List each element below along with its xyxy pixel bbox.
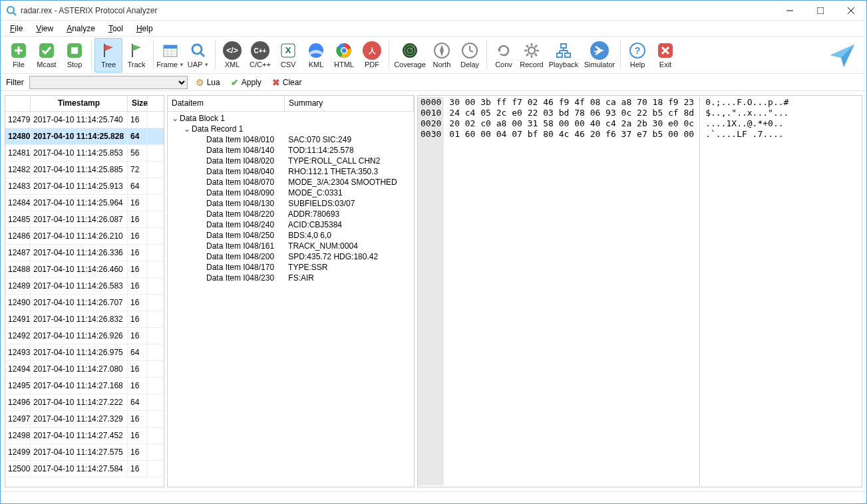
chevron-down-icon: ▼ (179, 62, 184, 68)
svg-point-29 (342, 49, 347, 53)
table-row[interactable]: 124812017-04-10 11:14:25.85356 (5, 145, 164, 162)
toolbar-tree-button[interactable]: Tree (94, 38, 122, 72)
toolbar-north-button[interactable]: North (428, 38, 456, 72)
table-row[interactable]: 124962017-04-10 11:14:27.22264 (5, 394, 164, 411)
menu-tool[interactable]: Tool (102, 23, 130, 35)
tree-item[interactable]: Data Item I048/070 MODE_3/A:2304 SMOOTHE… (168, 177, 414, 188)
packet-list-body[interactable]: 124792017-04-10 11:14:25.74016124802017-… (5, 112, 164, 487)
toolbar-track-button[interactable]: Track (122, 38, 150, 72)
tree-record[interactable]: ⌄Data Record 1 (168, 124, 414, 134)
tree-item[interactable]: Data Item I048/220 ADDR:780693 (168, 209, 414, 219)
filter-select[interactable] (29, 76, 188, 89)
tree-body[interactable]: ⌄Data Block 1 ⌄Data Record 1Data Item I0… (168, 112, 414, 487)
menu-analyze[interactable]: Analyze (60, 23, 102, 35)
col-index[interactable] (5, 96, 31, 111)
table-row[interactable]: 124892017-04-10 11:14:26.58316 (5, 278, 164, 295)
toolbar-playback-button[interactable]: Playback (546, 38, 582, 72)
tree-item[interactable]: Data Item I048/200 SPD:435.72 HDG:180.42 (168, 251, 414, 262)
table-row[interactable]: 124982017-04-10 11:14:27.45216 (5, 428, 164, 444)
svg-rect-50 (565, 53, 570, 57)
table-row[interactable]: 124932017-04-10 11:14:26.97564 (5, 344, 164, 361)
lua-button[interactable]: ⚙Lua (193, 77, 223, 88)
hex-pane: 0000 0010 0020 0030 30 00 3b ff f7 02 46… (417, 95, 862, 487)
tree-item[interactable]: Data Item I048/090 MODE_C:0331 (168, 188, 414, 198)
col-summary[interactable]: Summary (285, 96, 414, 111)
separator (620, 41, 621, 70)
apply-button[interactable]: ✔Apply (228, 77, 264, 88)
toolbar-pdf-button[interactable]: 人PDF (358, 38, 386, 72)
toolbar-frame-button[interactable]: Frame▼ (156, 38, 184, 72)
x-icon: ✖ (272, 77, 280, 88)
toolbar-kml-button[interactable]: KML (302, 38, 330, 72)
send-icon[interactable] (829, 42, 856, 68)
window-title: radar.rex - ASTERIX Protocol Analyzer (21, 6, 775, 15)
table-row[interactable]: 124972017-04-10 11:14:27.32916 (5, 411, 164, 428)
clear-button[interactable]: ✖Clear (269, 77, 305, 88)
table-row[interactable]: 124842017-04-10 11:14:25.96416 (5, 195, 164, 211)
hex-view[interactable]: 0000 0010 0020 0030 30 00 3b ff f7 02 46… (418, 96, 862, 487)
table-row[interactable]: 125002017-04-10 11:14:27.58416 (5, 461, 164, 477)
toolbar-simulator-button[interactable]: Simulator (582, 38, 617, 72)
table-row[interactable]: 124872017-04-10 11:14:26.33616 (5, 245, 164, 261)
table-row[interactable]: 124822017-04-10 11:14:25.88572 (5, 162, 164, 178)
toolbar-stop-button[interactable]: Stop (61, 38, 88, 72)
svg-text:?: ? (634, 45, 640, 56)
tree-item[interactable]: Data Item I048/140 TOD:11:14:25.578 (168, 145, 414, 156)
toolbar-delay-button[interactable]: Delay (456, 38, 484, 72)
col-timestamp[interactable]: Timestamp (31, 96, 128, 111)
table-row[interactable]: 124922017-04-10 11:14:26.92616 (5, 328, 164, 344)
toolbar-coverage-button[interactable]: Coverage (392, 38, 428, 72)
toolbar-ccpp-button[interactable]: C++C/C++ (246, 38, 274, 72)
toolbar-file-button[interactable]: File (5, 38, 33, 72)
toolbar-html-button[interactable]: HTML (330, 38, 358, 72)
maximize-button[interactable] (805, 1, 836, 21)
tree-item[interactable]: Data Item I048/240 ACID:CBJ5384 (168, 219, 414, 230)
tree-item[interactable]: Data Item I048/250 BDS:4,0 6,0 (168, 230, 414, 241)
toolbar-record-button[interactable]: Record (518, 38, 546, 72)
toolbar-help-button[interactable]: ?Help (623, 38, 651, 72)
table-row[interactable]: 124802017-04-10 11:14:25.82864 (5, 128, 164, 145)
tree-item[interactable]: Data Item I048/020 TYPE:ROLL_CALL CHN2 (168, 156, 414, 166)
table-row[interactable]: 124832017-04-10 11:14:25.91364 (5, 178, 164, 195)
packet-list-pane: Timestamp Size 124792017-04-10 11:14:25.… (5, 95, 164, 487)
tree-item[interactable]: Data Item I048/161 TRACK_NUM:0004 (168, 241, 414, 251)
tree-item[interactable]: Data Item I048/230 FS:AIR (168, 273, 414, 283)
tree-item[interactable]: Data Item I048/130 SUBFIELDS:03/07 (168, 198, 414, 209)
separator (389, 41, 389, 70)
hex-offsets: 0000 0010 0020 0030 (418, 97, 444, 485)
toolbar-xml-button[interactable]: </>XML (218, 38, 246, 72)
tree-item[interactable]: Data Item I048/040 RHO:112.1 THETA:350.3 (168, 166, 414, 177)
table-row[interactable]: 124902017-04-10 11:14:26.70716 (5, 295, 164, 311)
menu-view[interactable]: View (29, 23, 60, 35)
table-row[interactable]: 124792017-04-10 11:14:25.74016 (5, 112, 164, 128)
svg-rect-48 (561, 44, 566, 48)
menu-help[interactable]: Help (130, 23, 160, 35)
col-size[interactable]: Size (128, 96, 148, 111)
table-row[interactable]: 124912017-04-10 11:14:26.83216 (5, 311, 164, 328)
toolbar-mcast-button[interactable]: Mcast (33, 38, 61, 72)
menu-file[interactable]: File (3, 23, 29, 35)
close-button[interactable] (836, 1, 866, 21)
tree-pane: Dataitem Summary ⌄Data Block 1 ⌄Data Rec… (167, 95, 415, 487)
toolbar-exit-button[interactable]: Exit (651, 38, 679, 72)
table-row[interactable]: 124992017-04-10 11:14:27.57516 (5, 444, 164, 461)
hex-bytes: 30 00 3b ff f7 02 46 f9 4f 08 ca a8 70 1… (444, 97, 699, 485)
table-row[interactable]: 124862017-04-10 11:14:26.21016 (5, 228, 164, 245)
table-row[interactable]: 124852017-04-10 11:14:26.08716 (5, 211, 164, 228)
minimize-button[interactable] (775, 1, 805, 21)
gear-icon (522, 41, 541, 60)
toolbar-uap-button[interactable]: UAP▼ (184, 38, 212, 72)
toolbar-csv-button[interactable]: XCSV (274, 38, 302, 72)
table-row[interactable]: 124952017-04-10 11:14:27.16816 (5, 378, 164, 394)
table-row[interactable]: 124882017-04-10 11:14:26.46016 (5, 261, 164, 278)
hex-ascii: 0.;...F.O...p..# $..,."..x..."... ....1X… (699, 97, 794, 485)
table-row[interactable]: 124942017-04-10 11:14:27.08016 (5, 361, 164, 378)
content-area: Timestamp Size 124792017-04-10 11:14:25.… (1, 91, 866, 491)
toolbar-conv-button[interactable]: Conv (490, 38, 518, 72)
flag-red-icon (99, 41, 118, 60)
filter-bar: Filter ⚙Lua ✔Apply ✖Clear (1, 74, 866, 91)
col-dataitem[interactable]: Dataitem (168, 96, 285, 111)
tree-block[interactable]: ⌄Data Block 1 (168, 113, 414, 124)
tree-item[interactable]: Data Item I048/170 TYPE:SSR (168, 262, 414, 273)
tree-item[interactable]: Data Item I048/010 SAC:070 SIC:249 (168, 134, 414, 145)
